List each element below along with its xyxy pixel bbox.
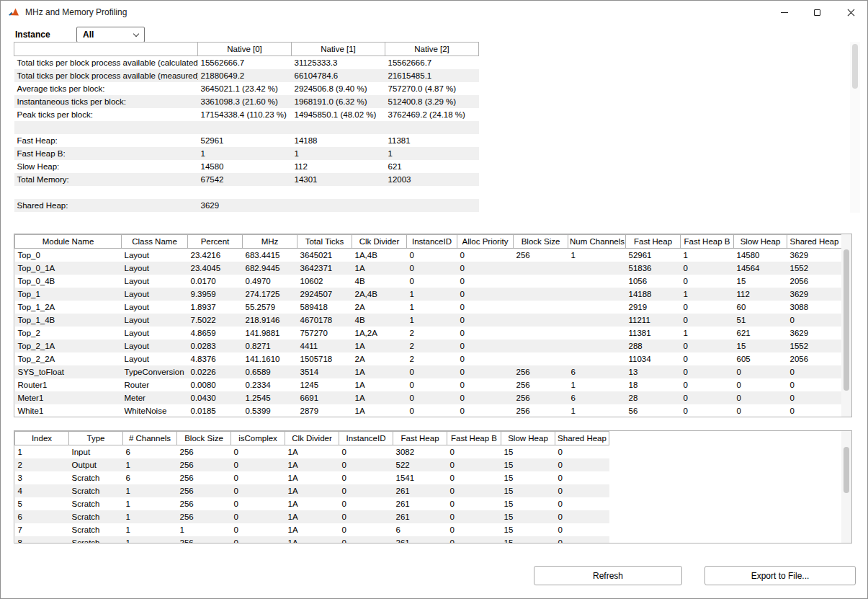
table-cell[interactable] xyxy=(514,288,568,301)
table-cell[interactable]: 0 xyxy=(681,378,734,391)
table-cell[interactable]: 17154338.4 (110.23 %) xyxy=(198,108,292,121)
table-cell[interactable]: 256 xyxy=(514,365,568,378)
table-cell[interactable]: 1 xyxy=(407,314,457,327)
table-cell[interactable]: 0 xyxy=(555,445,609,458)
table-row[interactable]: 1Input625601A030820150 xyxy=(15,445,609,458)
table-cell[interactable]: 15 xyxy=(501,523,555,536)
table-cell[interactable]: 1541 xyxy=(393,471,447,484)
table-cell[interactable] xyxy=(568,340,626,352)
table-cell[interactable]: 0 xyxy=(231,445,285,458)
buffer-vertical-scrollbar[interactable] xyxy=(841,431,851,543)
table-cell[interactable]: 2919 xyxy=(626,301,681,314)
table-cell[interactable]: 0 xyxy=(231,471,285,484)
column-header[interactable]: MHz xyxy=(243,235,297,249)
table-cell[interactable]: 0 xyxy=(339,458,393,471)
table-cell[interactable]: 6 xyxy=(123,445,177,458)
table-cell[interactable]: 15 xyxy=(501,510,555,523)
table-cell[interactable]: 3629 xyxy=(787,327,842,340)
table-cell[interactable]: WhiteNoise xyxy=(122,404,188,417)
table-row[interactable]: 8Scratch125601A02610150 xyxy=(15,536,609,544)
summary-vertical-scrollbar[interactable] xyxy=(850,42,860,213)
table-cell[interactable]: 0 xyxy=(447,471,501,484)
table-cell[interactable]: 0 xyxy=(339,536,393,544)
table-cell[interactable]: 2 xyxy=(407,327,457,340)
export-button[interactable]: Export to File... xyxy=(704,566,856,585)
table-row[interactable]: 4Scratch125601A02610150 xyxy=(15,484,609,497)
table-cell[interactable] xyxy=(568,352,626,365)
table-row[interactable]: 7Scratch1101A060150 xyxy=(15,523,609,536)
table-cell[interactable]: 0.5399 xyxy=(243,404,297,417)
table-cell[interactable]: 0 xyxy=(787,391,842,404)
table-cell[interactable]: 1 xyxy=(198,147,292,160)
column-header[interactable]: Index xyxy=(15,432,69,445)
column-header[interactable]: Native [2] xyxy=(385,43,479,56)
table-cell[interactable]: 1.8937 xyxy=(188,301,243,314)
table-cell[interactable]: 0 xyxy=(407,249,457,262)
column-header[interactable]: Num Channels xyxy=(568,235,626,249)
table-cell[interactable]: Top_0_1A xyxy=(15,262,122,275)
table-cell[interactable]: 3642371 xyxy=(297,262,352,275)
refresh-button[interactable]: Refresh xyxy=(534,566,682,585)
table-cell[interactable]: 2A,4B xyxy=(352,288,407,301)
close-button[interactable] xyxy=(834,1,867,24)
table-cell[interactable]: 0 xyxy=(457,340,514,352)
table-cell[interactable]: 757270.0 (4.87 %) xyxy=(385,82,479,95)
table-cell[interactable]: 3629 xyxy=(787,288,842,301)
table-cell[interactable]: 1 xyxy=(123,510,177,523)
table-cell[interactable]: 0.8271 xyxy=(243,340,297,352)
table-cell[interactable] xyxy=(385,121,479,134)
table-cell[interactable]: 256 xyxy=(177,536,231,544)
table-cell[interactable]: 256 xyxy=(177,445,231,458)
table-cell[interactable]: 14580 xyxy=(734,249,787,262)
table-cell[interactable]: 2 xyxy=(15,458,69,471)
column-header[interactable]: Clk Divider xyxy=(352,235,407,249)
table-cell[interactable]: Total Memory: xyxy=(14,173,198,186)
table-cell[interactable]: 15 xyxy=(734,275,787,288)
table-cell[interactable] xyxy=(385,199,479,212)
table-cell[interactable]: 1 xyxy=(292,147,385,160)
table-row[interactable]: Total ticks per block process available … xyxy=(14,56,479,69)
table-cell[interactable]: 51 xyxy=(734,314,787,327)
table-cell[interactable]: 1056 xyxy=(626,275,681,288)
table-cell[interactable]: 15 xyxy=(501,536,555,544)
table-cell[interactable]: 683.4415 xyxy=(243,249,297,262)
table-cell[interactable]: 11211 xyxy=(626,314,681,327)
table-cell[interactable] xyxy=(568,275,626,288)
table-cell[interactable]: 0.0430 xyxy=(188,391,243,404)
table-cell[interactable]: 4 xyxy=(15,484,69,497)
table-cell[interactable]: Router xyxy=(122,378,188,391)
table-cell[interactable]: Fast Heap B: xyxy=(14,147,198,160)
table-cell[interactable]: 256 xyxy=(514,391,568,404)
table-row[interactable] xyxy=(14,121,479,134)
table-cell[interactable]: 15 xyxy=(501,445,555,458)
table-cell[interactable]: Top_1 xyxy=(15,288,122,301)
table-row[interactable]: Top_0Layout23.4216683.441536450211A,4B00… xyxy=(15,249,842,262)
table-cell[interactable]: Top_2_2A xyxy=(15,352,122,365)
table-cell[interactable]: 12003 xyxy=(385,173,479,186)
table-cell[interactable]: 141.1610 xyxy=(243,352,297,365)
instance-dropdown[interactable]: All xyxy=(76,27,145,43)
table-cell[interactable]: 15 xyxy=(501,471,555,484)
table-cell[interactable]: 2056 xyxy=(787,352,842,365)
table-cell[interactable]: 1 xyxy=(407,288,457,301)
table-cell[interactable] xyxy=(514,262,568,275)
table-row[interactable]: Meter1Meter0.04301.254566911A00256628000 xyxy=(15,391,842,404)
table-cell[interactable]: 7.5022 xyxy=(188,314,243,327)
table-cell[interactable]: 15 xyxy=(501,484,555,497)
table-cell[interactable]: 1A xyxy=(352,404,407,417)
table-cell[interactable]: 0 xyxy=(681,391,734,404)
column-header[interactable]: Total Ticks xyxy=(297,235,352,249)
table-cell[interactable]: 0 xyxy=(787,404,842,417)
table-cell[interactable] xyxy=(198,186,292,199)
column-header[interactable]: Fast Heap xyxy=(393,432,447,445)
table-cell[interactable]: Total ticks per block process available … xyxy=(14,69,198,82)
table-row[interactable]: Router1Router0.00800.233412451A002561180… xyxy=(15,378,842,391)
table-cell[interactable]: 0.6589 xyxy=(243,365,297,378)
column-header[interactable]: Clk Divider xyxy=(285,432,339,445)
table-cell[interactable]: 0 xyxy=(734,404,787,417)
table-cell[interactable]: 1 xyxy=(568,404,626,417)
table-cell[interactable]: 1 xyxy=(568,378,626,391)
table-cell[interactable] xyxy=(514,340,568,352)
table-cell[interactable]: 67542 xyxy=(198,173,292,186)
table-cell[interactable]: 0 xyxy=(457,275,514,288)
